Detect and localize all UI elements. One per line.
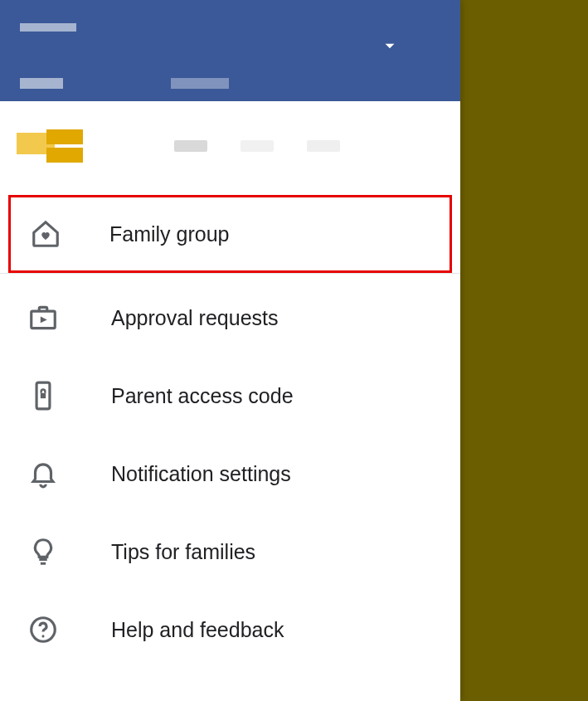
menu-item-label: Family group (109, 222, 230, 246)
menu-item-tips-for-families[interactable]: Tips for families (0, 513, 460, 591)
avatar (17, 129, 83, 163)
svg-point-4 (41, 635, 44, 637)
profile-pager (174, 140, 340, 152)
menu-item-label: Help and feedback (111, 618, 284, 642)
briefcase-play-icon (25, 302, 61, 333)
menu-item-label: Approval requests (111, 306, 279, 330)
pager-dot (174, 140, 207, 152)
menu-item-label: Tips for families (111, 540, 255, 564)
header-placeholder-text (20, 23, 76, 32)
header-placeholder-text (171, 78, 229, 89)
navigation-drawer: Family group Approval requests (0, 0, 460, 701)
menu-item-approval-requests[interactable]: Approval requests (0, 279, 460, 357)
account-dropdown-toggle[interactable] (379, 35, 401, 56)
pager-dot (307, 140, 340, 152)
header-placeholder-text (20, 78, 63, 89)
menu-item-label: Notification settings (111, 462, 291, 486)
chevron-down-icon (379, 35, 401, 56)
svg-rect-2 (41, 393, 46, 398)
menu-item-notification-settings[interactable]: Notification settings (0, 435, 460, 513)
menu-divider (0, 273, 460, 274)
drawer-header (0, 0, 460, 101)
menu-item-help-and-feedback[interactable]: Help and feedback (0, 591, 460, 669)
lightbulb-icon (25, 536, 61, 567)
profile-strip (0, 101, 460, 191)
phone-lock-icon (25, 380, 61, 411)
home-heart-icon (27, 218, 64, 250)
drawer-menu: Family group Approval requests (0, 191, 460, 669)
bell-icon (25, 458, 61, 489)
menu-item-family-group[interactable]: Family group (8, 195, 452, 273)
menu-item-label: Parent access code (111, 384, 294, 408)
pager-dot (241, 140, 274, 152)
help-circle-icon (25, 614, 61, 645)
menu-item-parent-access-code[interactable]: Parent access code (0, 357, 460, 435)
